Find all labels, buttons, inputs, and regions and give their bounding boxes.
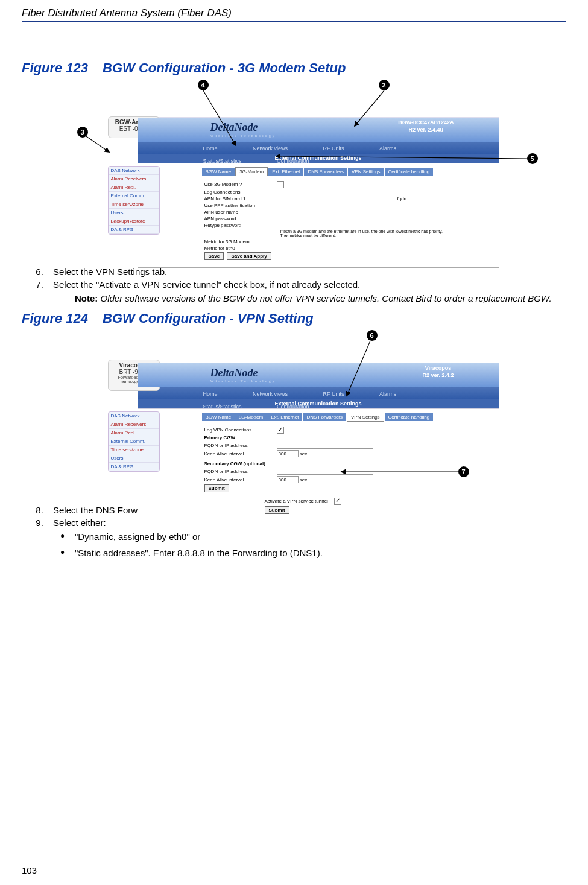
tab2-3gmodem[interactable]: 3G-Modem bbox=[235, 413, 267, 421]
fig123-device-title: BGW-0CC47AB1242A R2 ver. 2.4.4u bbox=[398, 119, 454, 133]
fig123-tabs: BGW Name3G-ModemExt. EthernetDNS Forward… bbox=[138, 163, 499, 179]
figure-124-caption: BGW Configuration - VPN Setting bbox=[103, 311, 314, 326]
side-extcomm[interactable]: External Comm. bbox=[109, 192, 159, 200]
fig123-nav: Home Network views RF Units Alarms Statu… bbox=[138, 142, 499, 154]
brand-subtext: Wireless Technology bbox=[210, 134, 276, 138]
nav2-rf[interactable]: RF Units bbox=[323, 388, 344, 400]
fig124-body: DAS Network Alarm Receivers Alarm Repl. … bbox=[138, 408, 499, 519]
side2-alarmrcv[interactable]: Alarm Receivers bbox=[109, 420, 159, 429]
btn-save[interactable]: Save bbox=[204, 252, 224, 260]
nav2-network[interactable]: Network views bbox=[253, 388, 288, 400]
lbl-ppp: Use PPP authentication bbox=[204, 203, 277, 208]
brand-logo-2: DeltaNode Wireless Technology bbox=[210, 367, 276, 383]
unit-sec2: sec. bbox=[300, 477, 309, 483]
svg-line-2 bbox=[86, 136, 109, 152]
tab-dns[interactable]: DNS Forwarders bbox=[304, 168, 347, 176]
side2-alarmrepl[interactable]: Alarm Repl. bbox=[109, 429, 159, 437]
lbl-activate: Activate a VPN service tunnel bbox=[265, 498, 328, 504]
side-darpg[interactable]: DA & RPG bbox=[109, 226, 159, 234]
fig123-body: DAS Network Alarm Receivers Alarm Repl. … bbox=[138, 163, 499, 268]
tab-3gmodem[interactable]: 3G-Modem bbox=[235, 167, 268, 176]
chk-activate[interactable] bbox=[334, 498, 341, 505]
btn-submit2[interactable]: Submit bbox=[265, 506, 289, 514]
fig124-device-ver: R2 ver. 2.4.2 bbox=[422, 372, 454, 379]
callout-3: 3 bbox=[77, 127, 88, 138]
btn-submit1[interactable]: Submit bbox=[204, 484, 229, 492]
side-users[interactable]: Users bbox=[109, 209, 159, 217]
lbl-metriceth: Metric for eth0 bbox=[204, 246, 277, 251]
tab2-dns[interactable]: DNS Forwarders bbox=[303, 413, 346, 421]
brand-logo: DeltaNode Wireless Technology bbox=[210, 121, 276, 138]
side2-time[interactable]: Time serv/zone bbox=[109, 446, 159, 454]
nav-home[interactable]: Home bbox=[203, 142, 218, 154]
callout-2: 2 bbox=[379, 80, 390, 90]
note-metric: If both a 3G modem and the ethernet are … bbox=[280, 229, 499, 238]
btn-saveapply[interactable]: Save and Apply bbox=[227, 252, 271, 260]
fig124-sidebar: DAS Network Alarm Receivers Alarm Repl. … bbox=[108, 411, 160, 472]
fig123-form: Use 3G Modem ? Log Connections APN for S… bbox=[138, 179, 499, 265]
fig124-nav: Home Network views RF Units Alarms Statu… bbox=[138, 387, 499, 399]
nav-alarms[interactable]: Alarms bbox=[379, 142, 396, 154]
fig124-ui: Viracopos BRT -9300 Forwarded from: nemo… bbox=[138, 363, 499, 519]
figure-124: 6 7 Viracopos BRT -9300 Forwarded from: … bbox=[23, 330, 566, 499]
brand-subtext-2: Wireless Technology bbox=[210, 379, 276, 383]
bullet-dynamic: "Dynamic, assigned by eth0" or bbox=[60, 531, 566, 542]
fig123-device-id: BGW-0CC47AB1242A bbox=[398, 119, 454, 127]
side2-extcomm[interactable]: External Comm. bbox=[109, 437, 159, 446]
lbl-apnuser: APN user name bbox=[204, 209, 277, 215]
figure-124-number: Figure 124 bbox=[22, 311, 88, 326]
chk-logvpn[interactable] bbox=[277, 427, 284, 434]
nav2-alarms[interactable]: Alarms bbox=[379, 388, 396, 400]
tab-bgwname[interactable]: BGW Name bbox=[202, 168, 235, 176]
figure-124-title: Figure 124BGW Configuration - VPN Settin… bbox=[22, 311, 566, 326]
lbl-use3g: Use 3G Modem ? bbox=[204, 182, 277, 187]
nav-rf[interactable]: RF Units bbox=[323, 142, 344, 154]
side2-users[interactable]: Users bbox=[109, 454, 159, 463]
lbl-fqdn2: FQDN or IP address bbox=[204, 469, 277, 474]
tab-vpn[interactable]: VPN Settings bbox=[348, 168, 384, 176]
fig123-section: External Communication Settings bbox=[138, 154, 499, 163]
tab2-vpn[interactable]: VPN Settings bbox=[347, 413, 384, 422]
side-alarmrepl[interactable]: Alarm Repl. bbox=[109, 183, 159, 192]
tab-cert[interactable]: Certificate handling bbox=[385, 168, 433, 176]
chk-use3g[interactable] bbox=[277, 181, 284, 188]
lbl-logconn: Log Connections bbox=[204, 189, 277, 195]
callout-5: 5 bbox=[527, 153, 538, 164]
side-backup[interactable]: Backup/Restore bbox=[109, 217, 159, 226]
lbl-apnpass: APN password bbox=[204, 216, 277, 221]
tab-exteth[interactable]: Ext. Ethernet bbox=[268, 168, 303, 176]
side2-das[interactable]: DAS Network bbox=[109, 412, 159, 420]
lbl-retype: Retype password bbox=[204, 223, 277, 228]
inp-keep1[interactable] bbox=[277, 450, 299, 457]
step-9-bullets: "Dynamic, assigned by eth0" or "Static a… bbox=[60, 531, 566, 558]
callout-4: 4 bbox=[198, 80, 209, 90]
figure-123: 2 4 3 5 BGW-Angola EST -0500 DeltaNode bbox=[23, 80, 566, 261]
side2-darpg[interactable]: DA & RPG bbox=[109, 463, 159, 471]
fig123-device-ver: R2 ver. 2.4.4u bbox=[398, 127, 454, 134]
doc-header: Fiber Distributed Antenna System (Fiber … bbox=[22, 7, 566, 22]
nav-network[interactable]: Network views bbox=[253, 142, 288, 154]
brand-text-2: DeltaNode bbox=[210, 367, 258, 379]
tab2-exteth[interactable]: Ext. Ethernet bbox=[267, 413, 302, 421]
inp-keep2[interactable] bbox=[277, 476, 299, 483]
tab2-cert[interactable]: Certificate handling bbox=[385, 413, 433, 421]
inp-fqdn2[interactable] bbox=[277, 468, 373, 475]
tab2-bgwname[interactable]: BGW Name bbox=[202, 413, 235, 421]
fig124-section: External Communication Settings bbox=[138, 399, 499, 408]
inp-fqdn1[interactable] bbox=[277, 442, 373, 449]
lbl-apn1: APN for SIM card 1 bbox=[204, 196, 277, 201]
fig124-form: Log VPN Connections Primary CGW FQDN or … bbox=[138, 424, 499, 519]
note-text: Older software versions of the BGW do no… bbox=[98, 293, 551, 303]
side-das[interactable]: DAS Network bbox=[109, 167, 159, 175]
fig123-sidebar: DAS Network Alarm Receivers Alarm Repl. … bbox=[108, 166, 160, 235]
figure-123-caption: BGW Configuration - 3G Modem Setup bbox=[103, 60, 346, 75]
nav2-home[interactable]: Home bbox=[203, 388, 218, 400]
steps-6-7: Select the VPN Settings tab. Select the … bbox=[22, 267, 566, 290]
lbl-secondary: Secondary CGW (optional) bbox=[204, 461, 301, 466]
fig124-header: DeltaNode Wireless Technology Viracopos … bbox=[138, 363, 499, 387]
side-time[interactable]: Time serv/zone bbox=[109, 200, 159, 209]
lbl-keep1: Keep Alive interval bbox=[204, 451, 277, 457]
lbl-fqdn1: FQDN or IP address bbox=[204, 443, 277, 448]
side-alarmrcv[interactable]: Alarm Receivers bbox=[109, 175, 159, 183]
brand-text: DeltaNode bbox=[210, 121, 258, 133]
